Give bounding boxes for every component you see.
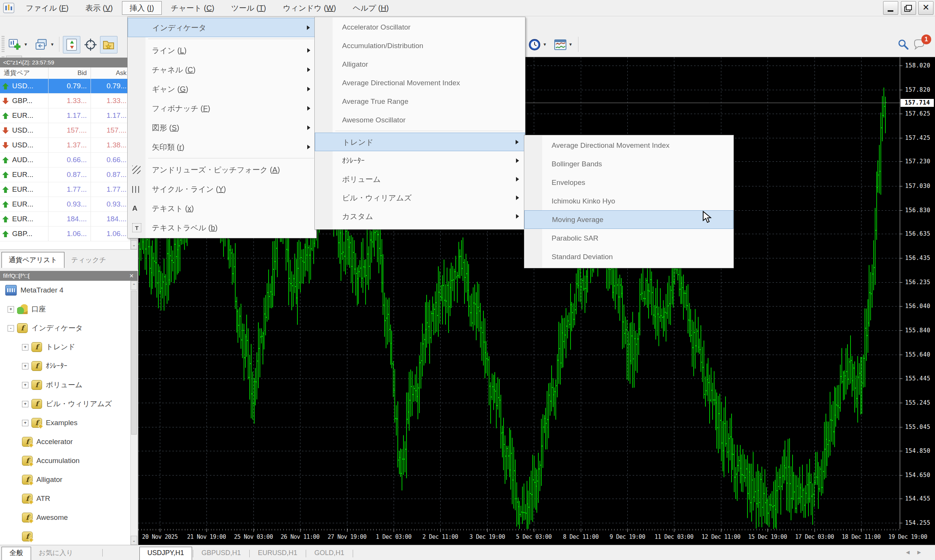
- navigator-tab[interactable]: 全般: [2, 547, 31, 560]
- tree-item[interactable]: Alligator: [0, 470, 131, 489]
- chart-tab[interactable]: GOLD,H1: [307, 547, 352, 558]
- tree-expander[interactable]: +: [8, 306, 14, 313]
- indicators-menu-item[interactable]: Accelerator Oscillator (): [315, 18, 525, 36]
- trend-menu-item[interactable]: Ichimoku Kinko Hyo: [524, 192, 733, 210]
- new-chart-button[interactable]: [6, 36, 23, 53]
- menubar-item[interactable]: ウィンドウ (W): [275, 2, 344, 14]
- tree-item[interactable]: + ボリューム: [0, 375, 131, 394]
- column-header-bid[interactable]: Bid: [48, 67, 91, 79]
- menubar-item[interactable]: 表示 (V): [78, 2, 120, 14]
- quote-row[interactable]: EUR... 0.93... 0.93...: [0, 197, 131, 212]
- templates-button[interactable]: [552, 36, 569, 53]
- chart-tab[interactable]: EURUSD,H1: [250, 547, 305, 558]
- quote-row[interactable]: USD... 157.... 157....: [0, 123, 131, 138]
- tab-scroll-arrows[interactable]: ◄►: [905, 549, 927, 556]
- price-scale[interactable]: 158.020157.820157.625157.425157.230157.0…: [900, 57, 935, 529]
- tree-item[interactable]: Accelerator: [0, 432, 131, 451]
- new-chart-dropdown-arrow[interactable]: ▼: [23, 36, 29, 53]
- indicators-menu-item[interactable]: Awesome Oscillator (): [315, 111, 525, 129]
- quote-row[interactable]: USD... 0.79... 0.79...: [0, 79, 131, 94]
- quote-row[interactable]: EUR... 184.... 184....: [0, 212, 131, 227]
- insert-menu-item[interactable]: サイクル・ライン (Y): [128, 179, 316, 199]
- profiles-dropdown-arrow[interactable]: ▼: [49, 36, 55, 53]
- toolbar-grip[interactable]: [2, 36, 5, 53]
- notification-badge[interactable]: 1: [921, 34, 931, 44]
- data-window-button[interactable]: [82, 36, 99, 53]
- profiles-button[interactable]: [33, 36, 50, 53]
- column-header-ask[interactable]: Ask: [91, 67, 131, 79]
- quote-row[interactable]: EUR... 1.17... 1.17...: [0, 108, 131, 123]
- menubar-item[interactable]: ツール (T): [224, 2, 274, 14]
- tree-expander[interactable]: +: [22, 401, 28, 407]
- templates-dropdown-arrow[interactable]: ▼: [568, 36, 574, 53]
- trend-menu-item[interactable]: Standard Deviation: [524, 247, 733, 266]
- navigator-scrollbar[interactable]: ⌃ ⌄: [130, 281, 138, 545]
- indicators-menu-item[interactable]: ｵｼﾚｰﾀｰ (): [315, 151, 525, 170]
- tree-item[interactable]: ATR: [0, 489, 131, 508]
- market-watch-tab[interactable]: 通貨ペアリスト: [2, 252, 64, 268]
- menubar-item[interactable]: ファイル (F): [18, 2, 76, 14]
- tree-item[interactable]: - インディケータ: [0, 319, 131, 338]
- market-watch-tab[interactable]: ティックチ: [64, 252, 113, 267]
- timeframes-button[interactable]: [526, 36, 543, 53]
- insert-menu-item[interactable]: アンドリューズ・ピッチフォーク (A): [128, 160, 316, 179]
- scroll-down-button[interactable]: ⌄: [131, 536, 137, 545]
- trend-menu-item[interactable]: Envelopes: [524, 173, 733, 192]
- insert-menu-item[interactable]: ギャン (G): [128, 79, 316, 99]
- insert-menu-item[interactable]: テキストラベル (b): [128, 218, 316, 237]
- quote-row[interactable]: GBP... 1.33... 1.33...: [0, 94, 131, 108]
- scroll-up-button[interactable]: ⌃: [131, 281, 137, 290]
- scrollbar-thumb[interactable]: [131, 291, 137, 435]
- quote-row[interactable]: EUR... 1.77... 1.77...: [0, 182, 131, 197]
- menubar-item[interactable]: チャート (C): [163, 2, 222, 14]
- indicators-menu-item[interactable]: Average Directional Movement Index (): [315, 74, 525, 92]
- navigator-close-icon[interactable]: ✕: [128, 272, 135, 280]
- indicators-menu-item[interactable]: Accumulation/Distribution (): [315, 36, 525, 55]
- indicators-menu-item[interactable]: トレンド (): [315, 133, 525, 151]
- close-button[interactable]: ✕: [918, 1, 933, 15]
- navigator-toggle-button[interactable]: ★: [100, 36, 117, 53]
- tree-item[interactable]: + トレンド: [0, 338, 131, 357]
- trend-menu-item[interactable]: Average Directional Movement Index: [524, 136, 733, 155]
- insert-menu-item[interactable]: 図形 (S): [128, 118, 316, 137]
- indicators-menu-item[interactable]: カスタム (): [315, 207, 525, 225]
- tree-expander[interactable]: -: [8, 325, 14, 332]
- insert-menu-item[interactable]: フィボナッチ (F): [128, 99, 316, 118]
- restore-button[interactable]: [901, 1, 916, 15]
- quote-row[interactable]: USD... 1.37... 1.38...: [0, 138, 131, 153]
- trend-menu-item[interactable]: Parabolic SAR: [524, 229, 733, 247]
- tree-item[interactable]: [0, 527, 131, 545]
- quote-row[interactable]: AUD... 0.66... 0.66...: [0, 153, 131, 167]
- menubar-item[interactable]: ヘルプ (H): [345, 2, 396, 14]
- time-axis[interactable]: 20 Nov 202521 Nov 19:0025 Nov 03:0026 No…: [138, 529, 935, 545]
- tree-item[interactable]: + ｵｼﾚｰﾀｰ: [0, 357, 131, 375]
- indicators-menu-item[interactable]: Average True Range (): [315, 92, 525, 111]
- tree-item[interactable]: + 口座: [0, 300, 131, 319]
- insert-menu-item[interactable]: テキスト (x): [128, 199, 316, 218]
- chart-tab[interactable]: GBPUSD,H1: [194, 547, 249, 558]
- indicators-menu-item[interactable]: (): [315, 129, 525, 133]
- tree-item[interactable]: MetaTrader 4: [0, 281, 131, 300]
- trend-menu-item[interactable]: Bollinger Bands: [524, 155, 733, 173]
- menubar-item[interactable]: 挿入 (I): [122, 1, 161, 15]
- tree-item[interactable]: + Examples: [0, 413, 131, 432]
- insert-menu-item[interactable]: (): [128, 156, 316, 160]
- chart-tab[interactable]: USDJPY,H1: [139, 547, 192, 560]
- tree-expander[interactable]: +: [22, 420, 28, 426]
- tree-item[interactable]: Accumulation: [0, 451, 131, 470]
- timeframes-dropdown-arrow[interactable]: ▼: [542, 36, 548, 53]
- market-watch-title[interactable]: <C"z1•\{Z|: 23:57:59: [0, 58, 138, 67]
- scroll-down-button[interactable]: ⌄: [131, 240, 137, 249]
- tree-item[interactable]: + ビル・ウィリアムズ: [0, 394, 131, 413]
- column-header-symbol[interactable]: 通貨ペア: [0, 67, 48, 79]
- tree-expander[interactable]: +: [22, 363, 28, 369]
- insert-menu-item[interactable]: チャネル (C): [128, 60, 316, 79]
- market-watch-toggle-button[interactable]: [63, 36, 80, 53]
- insert-menu-item[interactable]: ライン (L): [128, 41, 316, 60]
- tree-item[interactable]: Awesome: [0, 508, 131, 527]
- navigator-tab[interactable]: お気に入り: [31, 547, 81, 558]
- minimize-button[interactable]: [883, 1, 898, 15]
- insert-menu-item[interactable]: インディケータ (): [128, 18, 316, 37]
- indicators-menu-item[interactable]: Alligator (): [315, 55, 525, 74]
- quote-row[interactable]: GBP... 1.06... 1.06...: [0, 227, 131, 241]
